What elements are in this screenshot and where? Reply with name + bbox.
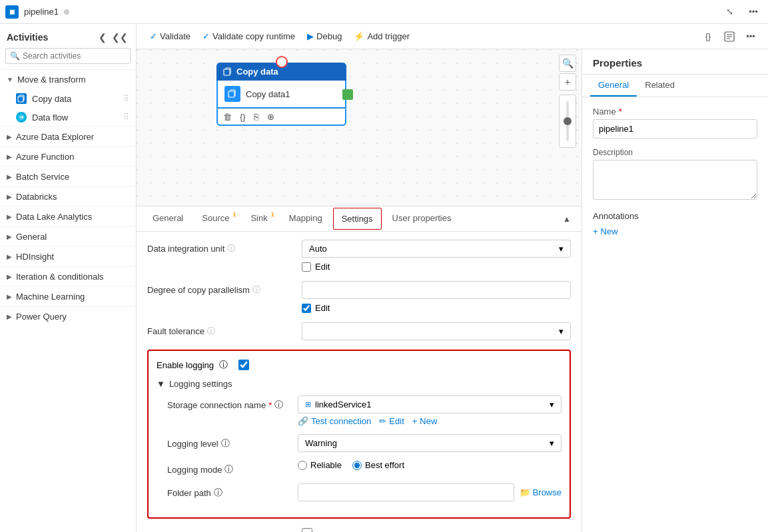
section-azure-function-header[interactable]: ▶ Azure Function bbox=[0, 147, 136, 166]
tab-mapping[interactable]: Mapping bbox=[281, 208, 330, 230]
prop-tab-general[interactable]: General bbox=[590, 75, 637, 97]
section-move-transform: ▼ Move & transform Copy data ⠿ Data flow… bbox=[0, 69, 136, 127]
svg-rect-0 bbox=[18, 97, 23, 102]
zoom-slider[interactable] bbox=[559, 95, 576, 148]
diu-select[interactable]: Auto ▾ bbox=[302, 240, 571, 258]
validate-copy-btn[interactable]: ✓ Validate copy runtime bbox=[197, 29, 300, 44]
prop-description-label: Description bbox=[593, 148, 757, 157]
sidebar: Activities ❮ ❮❮ 🔍 ▼ Move & transform Cop… bbox=[0, 24, 137, 532]
search-input[interactable] bbox=[23, 51, 126, 61]
collapse-all-icon[interactable]: ❮❮ bbox=[111, 31, 129, 44]
chevron-right-icon-3: ▶ bbox=[7, 173, 12, 180]
add-annotation-btn[interactable]: + New bbox=[593, 226, 757, 236]
logging-level-info-icon[interactable]: ⓘ bbox=[221, 437, 230, 449]
tab-source-label: Source bbox=[202, 213, 229, 223]
node-connector-top[interactable] bbox=[276, 56, 288, 68]
radio-best-effort-input[interactable] bbox=[352, 461, 362, 470]
section-machine-learning-header[interactable]: ▶ Machine Learning bbox=[0, 287, 136, 306]
chevron-right-icon-10: ▶ bbox=[7, 313, 12, 320]
logging-level-select[interactable]: Warning ▾ bbox=[298, 434, 562, 452]
prop-description-input[interactable] bbox=[593, 160, 757, 200]
section-general-header[interactable]: ▶ General bbox=[0, 227, 136, 246]
radio-reliable-input[interactable] bbox=[298, 461, 307, 470]
tab-general[interactable]: General bbox=[145, 208, 191, 230]
more-options-btn[interactable]: ••• bbox=[744, 3, 763, 21]
section-databricks-header[interactable]: ▶ Databricks bbox=[0, 187, 136, 206]
radio-reliable[interactable]: Reliable bbox=[298, 460, 342, 470]
folder-path-input[interactable] bbox=[298, 483, 514, 501]
copy-node-btn[interactable]: ⎘ bbox=[254, 112, 259, 122]
section-azure-data-explorer-header[interactable]: ▶ Azure Data Explorer bbox=[0, 127, 136, 146]
enable-logging-checkbox[interactable] bbox=[238, 360, 249, 370]
folder-path-info-icon[interactable]: ⓘ bbox=[214, 487, 222, 499]
diu-chevron-icon: ▾ bbox=[559, 244, 564, 254]
section-hdinsight-header[interactable]: ▶ HDInsight bbox=[0, 247, 136, 266]
canvas-controls: 🔍 + bbox=[559, 55, 576, 148]
staging-checkbox[interactable] bbox=[302, 528, 312, 532]
delete-node-btn[interactable]: 🗑 bbox=[223, 112, 232, 122]
section-iteration-conditionals-header[interactable]: ▶ Iteration & conditionals bbox=[0, 267, 136, 286]
collapse-icon[interactable]: ❮ bbox=[97, 31, 108, 44]
tab-sink[interactable]: Sink 1 bbox=[242, 208, 278, 230]
prop-name-input[interactable] bbox=[593, 119, 757, 138]
section-move-transform-header[interactable]: ▼ Move & transform bbox=[0, 70, 136, 89]
fault-select[interactable]: ▾ bbox=[302, 322, 571, 340]
sidebar-item-copy-data[interactable]: Copy data ⠿ bbox=[0, 89, 136, 108]
edit-connection-btn[interactable]: ✏ Edit bbox=[379, 416, 404, 426]
diu-info-icon[interactable]: ⓘ bbox=[227, 243, 235, 254]
parallelism-edit-checkbox[interactable] bbox=[302, 304, 311, 313]
staging-label: Enable staging ⓘ bbox=[147, 528, 294, 532]
parallelism-info-icon[interactable]: ⓘ bbox=[252, 284, 260, 296]
collapse-panel-btn[interactable]: ▲ bbox=[560, 212, 574, 226]
link-node-btn[interactable]: ⊕ bbox=[267, 112, 274, 122]
section-data-lake-analytics-header[interactable]: ▶ Data Lake Analytics bbox=[0, 207, 136, 226]
validate-btn[interactable]: ✓ Validate bbox=[145, 29, 196, 44]
prop-tab-related[interactable]: Related bbox=[637, 75, 683, 97]
tab-settings[interactable]: Settings bbox=[333, 208, 382, 230]
parallelism-input[interactable] bbox=[302, 281, 571, 299]
fault-info-icon[interactable]: ⓘ bbox=[207, 326, 215, 337]
storage-connection-row: Storage connection name * ⓘ ⊞ linkedServ… bbox=[157, 396, 562, 426]
sidebar-item-data-flow[interactable]: Data flow ⠿ bbox=[0, 108, 136, 127]
zoom-in-btn[interactable]: + bbox=[559, 73, 576, 91]
tab-source[interactable]: Source 1 bbox=[194, 208, 240, 230]
test-connection-btn[interactable]: 🔗 Test connection bbox=[298, 416, 371, 426]
activity-node[interactable]: Copy data Copy data1 🗑 bbox=[216, 63, 346, 126]
search-canvas-btn[interactable]: 🔍 bbox=[559, 55, 576, 72]
browse-btn[interactable]: 📁 Browse bbox=[520, 487, 562, 497]
slider-thumb[interactable] bbox=[564, 117, 572, 125]
slider-track bbox=[566, 101, 569, 141]
logging-level-label: Logging level ⓘ bbox=[157, 434, 290, 449]
code-node-btn[interactable]: {} bbox=[240, 112, 246, 122]
logging-mode-info-icon[interactable]: ⓘ bbox=[224, 463, 233, 475]
storage-connection-info-icon[interactable]: ⓘ bbox=[274, 399, 283, 411]
more-options-canvas-btn[interactable]: ••• bbox=[741, 27, 760, 46]
resize-btn[interactable]: ⤡ bbox=[720, 3, 739, 21]
diu-edit-checkbox[interactable] bbox=[302, 262, 311, 272]
code-view-btn[interactable]: {} bbox=[699, 27, 717, 46]
section-batch-service-header[interactable]: ▶ Batch Service bbox=[0, 167, 136, 186]
search-box[interactable]: 🔍 bbox=[5, 48, 131, 64]
sidebar-header-icons: ❮ ❮❮ bbox=[97, 31, 129, 44]
app-icon: ◼ bbox=[5, 5, 19, 19]
validate-icon-btn[interactable] bbox=[720, 27, 739, 46]
debug-label: Debug bbox=[316, 31, 342, 41]
browse-label: Browse bbox=[533, 487, 562, 497]
edit-icon: ✏ bbox=[379, 416, 386, 426]
add-trigger-btn[interactable]: ⚡ Add trigger bbox=[348, 29, 415, 44]
logging-section: Enable logging ⓘ ▼ Logging settings bbox=[147, 350, 571, 519]
logging-collapse-icon[interactable]: ▼ bbox=[157, 379, 165, 389]
debug-btn[interactable]: ▶ Debug bbox=[302, 29, 347, 44]
storage-connection-select[interactable]: ⊞ linkedService1 ▾ bbox=[298, 396, 562, 413]
section-power-query-header[interactable]: ▶ Power Query bbox=[0, 307, 136, 326]
tab-user-properties[interactable]: User properties bbox=[384, 208, 460, 230]
add-trigger-label: Add trigger bbox=[367, 31, 410, 41]
canvas-bg[interactable]: Copy data Copy data1 🗑 bbox=[137, 49, 581, 206]
validate-icon: ✓ bbox=[150, 31, 157, 41]
new-connection-btn[interactable]: + New bbox=[412, 416, 438, 426]
radio-best-effort[interactable]: Best effort bbox=[352, 460, 404, 470]
form-row-diu: Data integration unit ⓘ Auto ▾ bbox=[147, 240, 571, 272]
node-connector-right[interactable] bbox=[342, 89, 353, 100]
storage-connection-value: linkedService1 bbox=[315, 399, 546, 409]
enable-logging-info-icon[interactable]: ⓘ bbox=[219, 359, 228, 371]
